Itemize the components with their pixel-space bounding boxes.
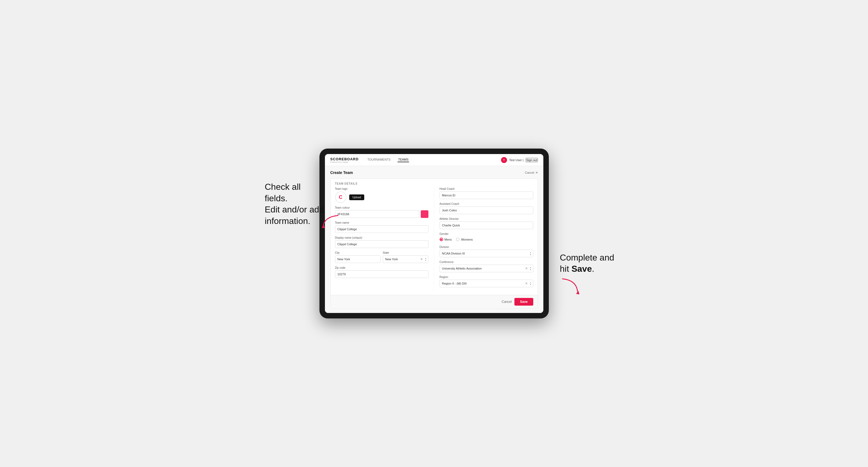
team-colour-label: Team colour xyxy=(335,206,428,209)
annotation-right-line2: hit Save. xyxy=(560,264,594,274)
main-content: Create Team Cancel ✕ TEAM DETAILS xyxy=(325,166,544,313)
team-logo-preview: C xyxy=(335,191,346,203)
display-name-group: Display name (unique) xyxy=(335,236,428,248)
form-card: TEAM DETAILS Team logo C Upload xyxy=(330,179,538,309)
state-select-wrapper: New York ✕ ▲▼ xyxy=(383,255,428,263)
annotation-left-line2: Edit and/or add xyxy=(265,205,324,214)
arrow-right-icon xyxy=(560,277,582,297)
athletic-director-input[interactable] xyxy=(440,221,533,229)
arrow-left-icon xyxy=(319,214,341,230)
gender-label: Gender xyxy=(440,232,533,236)
city-state-row: City State New York xyxy=(335,251,428,263)
zip-group: Zip code xyxy=(335,266,428,278)
gender-womens-label: Womens xyxy=(461,238,473,241)
nav-right: T Test User | Sign out xyxy=(501,157,538,163)
gender-mens-radio[interactable] xyxy=(440,238,443,241)
upload-button[interactable]: Upload xyxy=(349,194,365,200)
annotation-left-line1: Check all fields. xyxy=(265,182,301,203)
form-footer: Cancel Save xyxy=(331,295,538,308)
head-coach-input[interactable] xyxy=(440,191,533,199)
team-logo-group: Team logo C Upload xyxy=(335,187,428,203)
division-select-wrapper: NCAA Division III ▲▼ xyxy=(440,250,533,257)
region-select-wrapper: Region II - (M) DIII ✕ ▲▼ xyxy=(440,280,533,287)
conference-label: Conference xyxy=(440,260,533,263)
tablet-screen: SCOREBOARD Powered by clippd TOURNAMENTS… xyxy=(325,154,544,313)
page-title: Create Team xyxy=(330,170,353,175)
zip-label: Zip code xyxy=(335,266,428,269)
form-right: Head Coach Assistant Coach Athletic Dire… xyxy=(434,187,533,290)
form-body: Team logo C Upload Team colour xyxy=(331,187,538,295)
gender-womens-option[interactable]: Womens xyxy=(456,238,473,241)
gender-womens-radio[interactable] xyxy=(456,238,460,241)
city-state-group: City State New York xyxy=(335,251,428,263)
cancel-button[interactable]: Cancel xyxy=(502,300,512,304)
city-input[interactable] xyxy=(335,255,381,263)
display-name-input[interactable] xyxy=(335,240,428,248)
assistant-coach-label: Assistant Coach xyxy=(440,203,533,206)
division-group: Division NCAA Division III ▲▼ xyxy=(440,246,533,257)
tablet-frame: SCOREBOARD Powered by clippd TOURNAMENTS… xyxy=(319,149,549,318)
conference-clear-button[interactable]: ✕ xyxy=(525,267,528,270)
user-name: Test User | xyxy=(509,158,523,162)
athletic-director-label: Athletic Director xyxy=(440,217,533,220)
division-label: Division xyxy=(440,246,533,249)
gender-group: Gender Mens Womens xyxy=(440,232,533,242)
region-clear-button[interactable]: ✕ xyxy=(525,282,528,285)
annotation-right-line1: Complete and xyxy=(560,253,614,262)
team-name-group: Team name xyxy=(335,221,428,233)
state-group: State New York ✕ ▲▼ xyxy=(383,251,428,263)
region-group: Region Region II - (M) DIII ✕ ▲▼ xyxy=(440,276,533,287)
save-button[interactable]: Save xyxy=(515,298,533,306)
zip-input[interactable] xyxy=(335,270,428,278)
form-left: Team logo C Upload Team colour xyxy=(335,187,434,290)
athletic-director-group: Athletic Director xyxy=(440,217,533,229)
conference-group: Conference University Athletic Associati… xyxy=(440,260,533,272)
page-wrapper: Check all fields. Edit and/or add inform… xyxy=(270,149,598,318)
state-label: State xyxy=(383,251,428,254)
state-clear-button[interactable]: ✕ xyxy=(420,257,423,261)
user-avatar: T xyxy=(501,157,507,163)
logo-subtitle: Powered by clippd xyxy=(330,161,359,163)
region-select[interactable]: Region II - (M) DIII xyxy=(440,280,533,287)
gender-mens-label: Mens xyxy=(444,238,452,241)
team-name-label: Team name xyxy=(335,221,428,224)
annotation-right: Complete and hit Save. xyxy=(560,252,614,275)
section-title: TEAM DETAILS xyxy=(331,179,538,187)
sign-out-button[interactable]: Sign out xyxy=(526,158,538,162)
display-name-label: Display name (unique) xyxy=(335,236,428,239)
logo-area: SCOREBOARD Powered by clippd xyxy=(330,157,359,163)
annotation-left-line3: information. xyxy=(265,216,310,226)
assistant-coach-group: Assistant Coach xyxy=(440,203,533,214)
gender-mens-option[interactable]: Mens xyxy=(440,238,452,241)
nav-links: TOURNAMENTS TEAMS xyxy=(367,158,409,162)
color-swatch[interactable] xyxy=(421,210,428,218)
nav-tournaments[interactable]: TOURNAMENTS xyxy=(367,158,391,162)
team-name-input[interactable] xyxy=(335,225,428,233)
conference-select-wrapper: University Athletic Association ✕ ▲▼ xyxy=(440,264,533,272)
page-header: Create Team Cancel ✕ xyxy=(330,170,538,175)
team-logo-label: Team logo xyxy=(335,187,428,190)
division-select[interactable]: NCAA Division III xyxy=(440,250,533,257)
color-input-row xyxy=(335,210,428,218)
head-coach-group: Head Coach xyxy=(440,187,533,199)
annotation-left: Check all fields. Edit and/or add inform… xyxy=(265,181,325,227)
assistant-coach-input[interactable] xyxy=(440,207,533,214)
city-group: City xyxy=(335,251,381,263)
navbar: SCOREBOARD Powered by clippd TOURNAMENTS… xyxy=(325,154,544,166)
close-icon: ✕ xyxy=(535,171,538,175)
nav-teams[interactable]: TEAMS xyxy=(398,158,409,162)
cancel-top-button[interactable]: Cancel ✕ xyxy=(525,171,538,175)
app-logo: SCOREBOARD xyxy=(330,157,359,161)
annotation-right-bold: Save xyxy=(571,264,592,274)
conference-select[interactable]: University Athletic Association xyxy=(440,264,533,272)
gender-radio-group: Mens Womens xyxy=(440,237,533,242)
team-colour-group: Team colour xyxy=(335,206,428,218)
head-coach-label: Head Coach xyxy=(440,187,533,190)
city-label: City xyxy=(335,251,381,254)
logo-upload-area: C Upload xyxy=(335,191,428,203)
region-label: Region xyxy=(440,276,533,279)
team-colour-input[interactable] xyxy=(335,210,419,218)
